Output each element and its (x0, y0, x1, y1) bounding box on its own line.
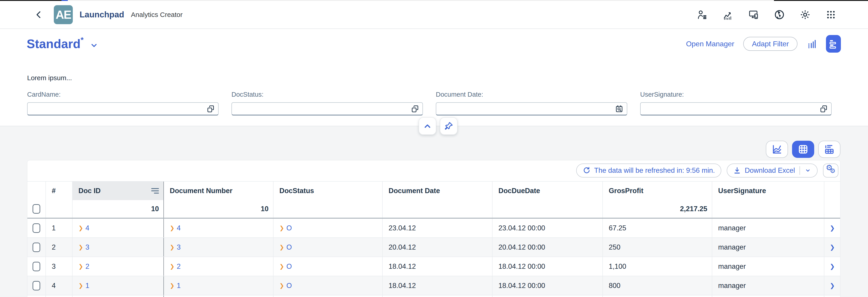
row-navigation-icon[interactable] (824, 257, 840, 276)
nav-arrow-icon (170, 225, 175, 231)
chevron-down-icon[interactable] (90, 41, 98, 50)
row-checkbox[interactable] (33, 242, 40, 252)
doc-id-link[interactable]: 2 (86, 262, 89, 271)
filter-list-button[interactable] (826, 35, 841, 53)
table-row[interactable]: 2 3 3 O 20.04.12 20.04.12 00:00 250 mana… (27, 238, 840, 257)
grosprofit-cell: 1,100 (602, 257, 712, 276)
column-header-document-number[interactable]: Document Number (163, 182, 273, 200)
docstatus-link[interactable]: O (286, 224, 292, 232)
nav-arrow-icon (79, 282, 83, 289)
filter-label: DocStatus: (231, 91, 423, 98)
back-icon[interactable] (34, 10, 44, 20)
row-checkbox[interactable] (33, 223, 40, 233)
document-number-link[interactable]: 4 (177, 224, 181, 232)
docstatus-cell: O (273, 257, 382, 276)
devices-icon[interactable] (748, 9, 759, 20)
download-excel-label: Download Excel (745, 166, 795, 174)
row-navigation-icon[interactable] (824, 238, 840, 257)
row-index: 2 (45, 238, 72, 257)
document-number-link[interactable]: 3 (177, 243, 181, 252)
column-menu-icon[interactable] (151, 188, 159, 194)
open-manager-link[interactable]: Open Manager (686, 40, 734, 48)
column-header-document-date[interactable]: Document Date (382, 182, 492, 200)
table-row[interactable]: 1 4 4 O 23.04.12 23.04.12 00:00 67.25 ma… (27, 219, 840, 238)
doc-id-link[interactable]: 3 (86, 243, 89, 252)
nav-arrow-icon (170, 282, 175, 289)
collapse-icon (423, 121, 432, 131)
select-all-header-cell (27, 182, 45, 200)
document-number-cell: 1 (163, 276, 273, 295)
document-date-input-box (436, 102, 627, 116)
row-checkbox[interactable] (33, 262, 40, 271)
variant-bar: Standard* Open Manager Adapt Filter (0, 29, 868, 58)
doc-id-link[interactable]: 4 (86, 224, 89, 232)
table-row[interactable]: 4 1 1 O 18.04.12 18.04.12 00:00 800 mana… (27, 276, 840, 295)
mini-bar-chart-icon[interactable] (807, 39, 817, 49)
app-title: Launchpad (80, 10, 124, 20)
navigation-total (824, 200, 840, 218)
document-date-cell: 18.04.12 (382, 276, 492, 295)
select-all-checkbox[interactable] (33, 204, 40, 214)
cardname-input[interactable] (32, 105, 206, 113)
pin-icon (444, 121, 454, 131)
collapse-filter-button[interactable] (418, 117, 436, 135)
document-number-link[interactable]: 1 (177, 282, 181, 290)
table-row[interactable]: 3 2 2 O 18.04.12 18.04.12 00:00 1,100 ma… (27, 257, 840, 276)
chevron-down-icon[interactable] (804, 167, 811, 174)
column-header-index[interactable]: # (45, 182, 72, 200)
doc-id-link[interactable]: 1 (86, 282, 89, 290)
refresh-countdown-text: The data will be refreshed in: 9:56 min. (594, 166, 715, 174)
docstatus-link[interactable]: O (286, 243, 292, 252)
grosprofit-cell: 67.25 (602, 219, 712, 237)
variant-title[interactable]: Standard* (27, 37, 84, 50)
docstatus-cell: O (273, 238, 382, 257)
app-subtitle: Analytics Creator (131, 11, 182, 19)
brightness-icon[interactable] (800, 9, 811, 20)
globe-icon[interactable] (774, 9, 785, 20)
value-help-icon[interactable] (819, 105, 828, 113)
docstatus-link[interactable]: O (286, 282, 292, 290)
docstatus-input[interactable] (236, 105, 411, 113)
app-logo[interactable]: AE (54, 5, 73, 24)
column-header-docduedate[interactable]: DocDueDate (492, 182, 602, 200)
document-date-cell: 18.04.12 (382, 257, 492, 276)
content-area: The data will be refreshed in: 9:56 min.… (0, 126, 868, 297)
date-picker-icon[interactable] (615, 105, 624, 113)
shell-actions (697, 9, 836, 20)
usersignature-input[interactable] (645, 105, 819, 113)
grid-view-button[interactable] (792, 141, 814, 158)
value-help-icon[interactable] (206, 105, 215, 113)
filter-field-cardname: CardName: (27, 91, 219, 116)
adapt-filter-button[interactable]: Adapt Filter (743, 37, 798, 51)
nav-arrow-icon (170, 263, 175, 270)
table-settings-button[interactable]: ⚙ ⚙ (823, 164, 838, 177)
column-header-usersignature[interactable]: UserSignature (712, 182, 824, 200)
user-settings-icon[interactable] (697, 9, 708, 20)
column-header-grosprofit[interactable]: GrosProfit (602, 182, 712, 200)
row-index: 3 (45, 257, 72, 276)
document-number-link[interactable]: 2 (177, 262, 181, 271)
row-checkbox[interactable] (33, 281, 40, 291)
refresh-countdown-button[interactable]: The data will be refreshed in: 9:56 min. (576, 164, 721, 177)
row-navigation-icon[interactable] (824, 276, 840, 295)
nav-arrow-icon (170, 244, 175, 251)
row-navigation-icon[interactable] (824, 219, 840, 237)
column-header-label: Doc ID (79, 187, 101, 195)
trend-chart-icon[interactable] (722, 9, 733, 20)
row-index: 4 (45, 276, 72, 295)
nav-arrow-icon (79, 225, 83, 231)
pin-filter-button[interactable] (440, 117, 458, 135)
value-help-icon[interactable] (411, 105, 419, 113)
settings-gears-icon: ⚙ (830, 167, 835, 174)
nav-arrow-icon (279, 225, 284, 231)
nav-arrow-icon (79, 244, 83, 251)
document-date-input[interactable] (440, 105, 615, 113)
chart-table-view-button[interactable] (818, 141, 840, 158)
docstatus-total (273, 200, 382, 218)
column-header-docstatus[interactable]: DocStatus (273, 182, 382, 200)
download-excel-button[interactable]: Download Excel (727, 164, 817, 177)
app-grid-icon[interactable] (826, 9, 836, 20)
column-header-doc-id[interactable]: Doc ID (72, 182, 163, 200)
area-chart-view-button[interactable] (766, 141, 788, 158)
docstatus-link[interactable]: O (286, 262, 292, 271)
